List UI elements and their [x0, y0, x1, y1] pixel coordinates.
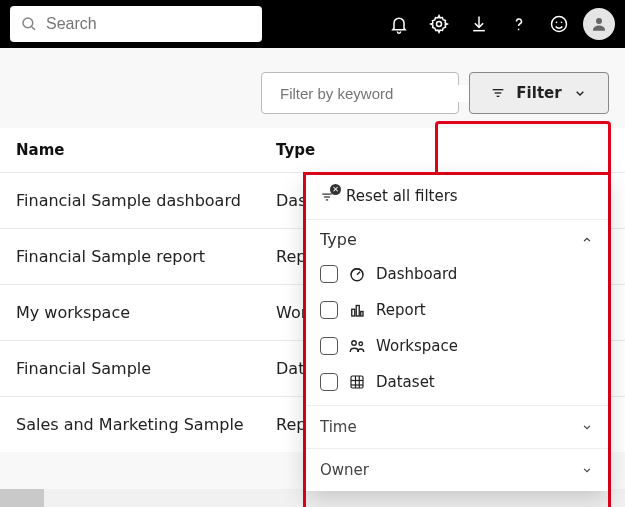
keyword-filter[interactable] [261, 72, 459, 114]
filter-panel: ✕ Reset all filters Type Dashboard Repo [306, 175, 608, 491]
dashboard-icon [348, 265, 366, 283]
chevron-up-icon [580, 233, 594, 247]
global-search-input[interactable] [46, 15, 252, 33]
svg-rect-18 [352, 309, 355, 316]
keyword-filter-input[interactable] [280, 85, 470, 102]
column-header-name[interactable]: Name [16, 141, 276, 159]
chevron-down-icon [580, 420, 594, 434]
bell-icon [389, 14, 409, 34]
svg-rect-23 [351, 376, 363, 388]
column-header-type[interactable]: Type [276, 141, 609, 159]
svg-point-0 [23, 18, 33, 28]
feedback-button[interactable] [543, 8, 575, 40]
filter-section-type[interactable]: Type [306, 219, 608, 259]
reset-filters-button[interactable]: ✕ Reset all filters [306, 175, 608, 219]
cell-name: Financial Sample [16, 359, 276, 378]
filter-section-label: Time [320, 418, 357, 436]
checkbox[interactable] [320, 265, 338, 283]
option-label: Dataset [376, 373, 435, 391]
svg-point-21 [352, 341, 357, 346]
checkbox[interactable] [320, 373, 338, 391]
svg-point-6 [561, 22, 563, 24]
option-label: Workspace [376, 337, 458, 355]
filter-section-owner[interactable]: Owner [306, 448, 608, 491]
search-icon [20, 15, 38, 33]
gear-icon [429, 14, 449, 34]
workspace-icon [348, 337, 366, 355]
filter-option-dataset[interactable]: Dataset [314, 373, 600, 391]
help-icon [509, 14, 529, 34]
filter-button[interactable]: Filter [469, 72, 609, 114]
svg-line-17 [357, 272, 360, 275]
reset-filters-label: Reset all filters [346, 187, 458, 205]
filter-option-report[interactable]: Report [314, 301, 600, 319]
checkbox[interactable] [320, 337, 338, 355]
filter-icon [490, 85, 506, 101]
account-button[interactable] [583, 8, 615, 40]
horizontal-scrollbar[interactable] [0, 489, 625, 507]
cell-name: My workspace [16, 303, 276, 322]
svg-point-5 [556, 22, 558, 24]
table-header-row: Name Type [0, 128, 625, 172]
cell-name: Financial Sample dashboard [16, 191, 276, 210]
svg-point-7 [596, 18, 602, 24]
global-search[interactable] [10, 6, 262, 42]
cell-name: Sales and Marketing Sample [16, 415, 276, 434]
smiley-icon [549, 14, 569, 34]
report-icon [348, 301, 366, 319]
checkbox[interactable] [320, 301, 338, 319]
download-icon [469, 14, 489, 34]
topbar [0, 0, 625, 48]
filter-section-label: Owner [320, 461, 369, 479]
dataset-icon [348, 373, 366, 391]
cell-name: Financial Sample report [16, 247, 276, 266]
content-area: Filter Name Type Financial Sample dashbo… [0, 48, 625, 507]
settings-button[interactable] [423, 8, 455, 40]
svg-point-3 [518, 29, 520, 31]
filter-option-workspace[interactable]: Workspace [314, 337, 600, 355]
help-button[interactable] [503, 8, 535, 40]
scrollbar-thumb[interactable] [0, 489, 44, 507]
reset-filter-icon: ✕ [320, 187, 338, 205]
svg-rect-20 [361, 312, 363, 317]
chevron-down-icon [580, 463, 594, 477]
filter-section-label: Type [320, 230, 357, 249]
notifications-button[interactable] [383, 8, 415, 40]
clear-badge-icon: ✕ [330, 184, 341, 195]
svg-line-1 [31, 26, 35, 30]
list-toolbar: Filter [0, 48, 625, 128]
filter-option-dashboard[interactable]: Dashboard [314, 265, 600, 283]
svg-point-22 [359, 342, 363, 346]
type-options: Dashboard Report Workspace [306, 259, 608, 405]
chevron-down-icon [572, 85, 588, 101]
option-label: Dashboard [376, 265, 457, 283]
svg-point-4 [552, 17, 567, 32]
download-button[interactable] [463, 8, 495, 40]
person-icon [590, 15, 608, 33]
option-label: Report [376, 301, 426, 319]
svg-point-2 [437, 22, 442, 27]
svg-rect-19 [356, 306, 359, 317]
filter-button-label: Filter [516, 84, 561, 102]
filter-section-time[interactable]: Time [306, 405, 608, 448]
